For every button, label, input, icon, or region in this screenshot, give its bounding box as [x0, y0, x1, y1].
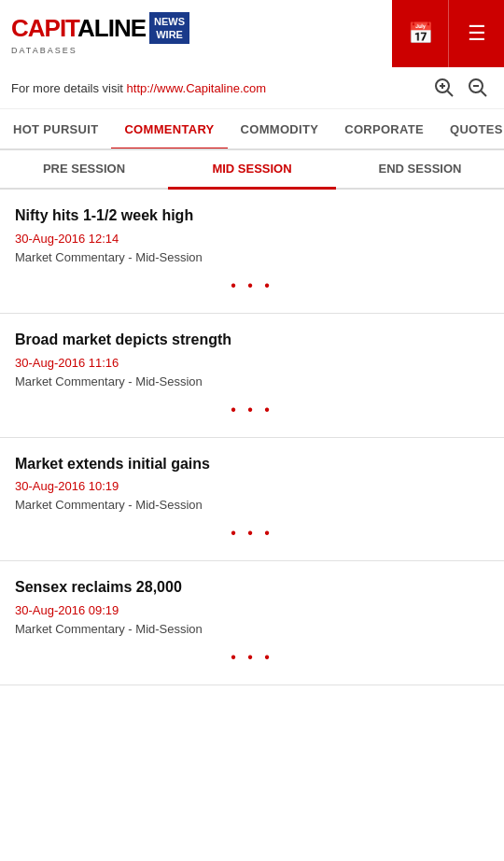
article-more[interactable]: • • • [15, 396, 489, 428]
article-more[interactable]: • • • [15, 272, 489, 303]
article-more[interactable]: • • • [15, 643, 489, 675]
article-date: 30-Aug-2016 10:19 [15, 479, 489, 493]
tab-quotes[interactable]: QUOTES [437, 109, 504, 150]
hamburger-icon: ☰ [468, 21, 486, 46]
zoom-out-icon [468, 78, 488, 98]
zoom-in-button[interactable] [429, 73, 459, 103]
article-title: Sensex reclaims 28,000 [15, 578, 489, 598]
calendar-button[interactable]: 📅 [392, 0, 448, 67]
tab-corporate[interactable]: CORPORATE [331, 109, 437, 150]
tab-commodity[interactable]: COMMODITY [228, 109, 332, 150]
header-right: 📅 ☰ [392, 0, 504, 67]
zoom-out-button[interactable] [463, 73, 493, 103]
table-row: Broad market depicts strength 30-Aug-201… [0, 314, 504, 438]
zoom-in-icon [434, 78, 455, 98]
sub-tabs: PRE SESSION MID SESSION END SESSION [0, 150, 504, 190]
sub-tab-end-session[interactable]: END SESSION [336, 150, 504, 190]
article-title: Broad market depicts strength [15, 331, 489, 350]
article-title: Market extends initial gains [15, 455, 489, 474]
menu-button[interactable]: ☰ [448, 0, 504, 67]
table-row: Nifty hits 1-1/2 week high 30-Aug-2016 1… [0, 190, 504, 314]
article-date: 30-Aug-2016 09:19 [15, 603, 489, 617]
table-row: Sensex reclaims 28,000 30-Aug-2016 09:19… [0, 561, 504, 685]
zoom-controls [429, 73, 493, 103]
article-category: Market Commentary - Mid-Session [15, 498, 489, 512]
article-list: Nifty hits 1-1/2 week high 30-Aug-2016 1… [0, 190, 504, 685]
logo-area: CAPITALINE NEWS WIRE DATABASES [0, 0, 392, 67]
logo-news-wire: NEWS WIRE [149, 12, 189, 45]
article-date: 30-Aug-2016 11:16 [15, 356, 489, 370]
logo-capit: CAPIT [11, 14, 77, 42]
logo-aline: ALINE [77, 14, 146, 42]
calendar-icon: 📅 [408, 21, 433, 46]
info-bar: For more details visit http://www.Capita… [0, 67, 504, 109]
article-title: Nifty hits 1-1/2 week high [15, 206, 489, 226]
svg-line-1 [448, 92, 454, 97]
tab-hot-pursuit[interactable]: HOT PURSUIT [0, 109, 111, 150]
article-category: Market Commentary - Mid-Session [15, 250, 489, 264]
info-text: For more details visit http://www.Capita… [11, 81, 266, 95]
article-date: 30-Aug-2016 12:14 [15, 232, 489, 246]
svg-line-5 [482, 92, 487, 97]
article-more[interactable]: • • • [15, 519, 489, 551]
nav-tabs: HOT PURSUIT COMMENTARY COMMODITY CORPORA… [0, 109, 504, 150]
sub-tab-pre-session[interactable]: PRE SESSION [0, 150, 168, 190]
logo-databases: DATABASES [11, 46, 189, 55]
tab-commentary[interactable]: COMMENTARY [111, 109, 227, 150]
header: CAPITALINE NEWS WIRE DATABASES 📅 ☰ [0, 0, 504, 67]
sub-tab-mid-session[interactable]: MID SESSION [168, 150, 336, 190]
article-category: Market Commentary - Mid-Session [15, 374, 489, 388]
table-row: Market extends initial gains 30-Aug-2016… [0, 438, 504, 562]
article-category: Market Commentary - Mid-Session [15, 622, 489, 636]
info-link[interactable]: http://www.Capitaline.com [127, 81, 267, 95]
